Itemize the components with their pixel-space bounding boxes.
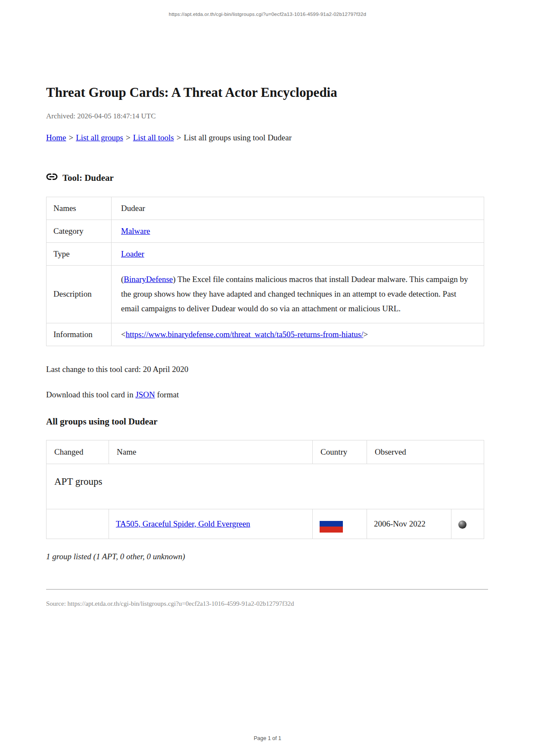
apt-groups-section-label: APT groups: [47, 464, 484, 509]
type-label: Type: [47, 243, 112, 266]
breadcrumb-separator: >: [126, 133, 131, 142]
breadcrumb-link-list-all-tools[interactable]: List all tools: [133, 133, 174, 142]
table-row: TA505, Graceful Spider, Gold Evergreen 2…: [47, 509, 484, 539]
breadcrumb-separator: >: [68, 133, 73, 142]
description-label: Description: [47, 266, 112, 323]
last-change-line: Last change to this tool card: 20 April …: [46, 365, 484, 374]
information-suffix: >: [363, 330, 368, 339]
archive-url: https://apt.etda.or.th/cgi-bin/listgroup…: [0, 0, 535, 17]
category-malware-link[interactable]: Malware: [121, 226, 150, 235]
type-loader-link[interactable]: Loader: [121, 249, 144, 258]
column-header-country: Country: [313, 440, 367, 464]
breadcrumb-link-home[interactable]: Home: [46, 133, 66, 142]
table-row: Names Dudear: [47, 197, 484, 220]
page-number: Page 1 of 1: [0, 735, 535, 741]
download-suffix: format: [155, 390, 179, 399]
page-content: Threat Group Cards: A Threat Actor Encyc…: [46, 85, 484, 607]
groups-header-row: Changed Name Country Observed: [47, 440, 484, 464]
download-prefix: Download this tool card in: [46, 390, 135, 399]
breadcrumb-separator: >: [177, 133, 181, 142]
country-cell: [313, 509, 367, 539]
description-value: (BinaryDefense) The Excel file contains …: [112, 266, 484, 323]
changed-cell: [47, 509, 109, 539]
black-sphere-icon: [458, 521, 467, 529]
names-value: Dudear: [112, 197, 484, 220]
bottom-divider: [46, 589, 488, 590]
download-line: Download this tool card in JSON format: [46, 390, 484, 400]
column-header-changed: Changed: [47, 440, 109, 464]
category-label: Category: [47, 220, 112, 243]
marker-cell: [451, 509, 484, 539]
flag-stripe-white: [320, 515, 343, 521]
section-row: APT groups: [47, 464, 484, 509]
groups-table: Changed Name Country Observed APT groups…: [46, 440, 484, 539]
tool-heading-label: Tool: Dudear: [62, 173, 114, 183]
breadcrumb: Home>List all groups>List all tools>List…: [46, 133, 484, 143]
binarydefense-link[interactable]: BinaryDefense: [124, 275, 173, 284]
group-ta505-link[interactable]: TA505, Graceful Spider, Gold Evergreen: [116, 519, 250, 528]
table-row: Description (BinaryDefense) The Excel fi…: [47, 266, 484, 323]
table-row: Category Malware: [47, 220, 484, 243]
names-label: Names: [47, 197, 112, 220]
table-row: Type Loader: [47, 243, 484, 266]
breadcrumb-current: List all groups using tool Dudear: [184, 133, 292, 142]
source-line: Source: https://apt.etda.or.th/cgi-bin/l…: [46, 600, 484, 607]
tool-card-table: Names Dudear Category Malware Type Loade…: [46, 197, 484, 346]
groups-heading: All groups using tool Dudear: [46, 416, 484, 427]
json-download-link[interactable]: JSON: [135, 390, 155, 399]
observed-cell: 2006-Nov 2022: [367, 509, 451, 539]
tool-heading: Tool: Dudear: [46, 173, 484, 183]
information-value: <https://www.binarydefense.com/threat_wa…: [112, 323, 484, 346]
column-header-observed: Observed: [367, 440, 484, 464]
information-label: Information: [47, 323, 112, 346]
flag-stripe-blue: [320, 521, 343, 527]
column-header-name: Name: [109, 440, 313, 464]
breadcrumb-link-list-all-groups[interactable]: List all groups: [76, 133, 123, 142]
flag-stripe-red: [320, 527, 343, 532]
table-row: Information <https://www.binarydefense.c…: [47, 323, 484, 346]
archived-timestamp: Archived: 2026-04-05 18:47:14 UTC: [46, 112, 484, 121]
page-title: Threat Group Cards: A Threat Actor Encyc…: [46, 85, 484, 100]
link-icon: [46, 172, 58, 182]
russia-flag-icon: [320, 515, 343, 533]
description-text: ) The Excel file contains malicious macr…: [121, 275, 468, 313]
groups-summary: 1 group listed (1 APT, 0 other, 0 unknow…: [46, 552, 484, 561]
information-url-link[interactable]: https://www.binarydefense.com/threat_wat…: [126, 330, 364, 339]
information-prefix: <: [121, 330, 126, 339]
